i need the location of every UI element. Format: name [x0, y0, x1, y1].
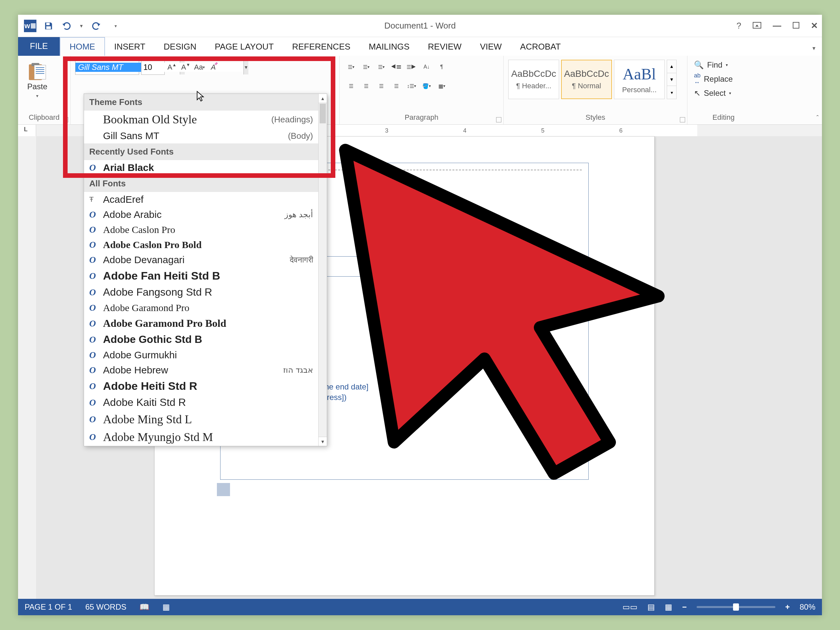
scroll-thumb[interactable] — [320, 104, 326, 123]
font-item[interactable]: OAdobe Caslon Pro — [84, 222, 318, 237]
grow-font-icon[interactable]: A▲ — [165, 60, 178, 74]
redo-icon[interactable] — [90, 20, 102, 32]
maximize-icon[interactable] — [793, 21, 799, 31]
paste-button[interactable]: Paste ▾ — [23, 58, 52, 101]
paste-label: Paste — [27, 82, 47, 91]
font-item-arial-black[interactable]: O Arial Black — [84, 160, 318, 175]
svg-rect-0 — [46, 23, 50, 25]
page-indicator[interactable]: PAGE 1 OF 1 — [25, 602, 72, 612]
zoom-level[interactable]: 80% — [800, 602, 815, 612]
borders-icon[interactable]: ▦▾ — [435, 79, 448, 93]
styles-dialog-launcher[interactable] — [680, 117, 685, 122]
quick-access-toolbar: w≣ ▼ ▾ — [18, 20, 117, 32]
font-item[interactable]: OAdobe Garamond Pro Bold — [84, 315, 318, 332]
align-center-icon[interactable]: ☰ — [359, 79, 373, 93]
justify-icon[interactable]: ☰ — [390, 79, 403, 93]
scroll-down-icon[interactable]: ▼ — [319, 437, 327, 446]
collapse-ribbon-icon[interactable]: ˆ — [816, 114, 819, 122]
tab-page-layout[interactable]: PAGE LAYOUT — [205, 38, 283, 56]
tab-overflow-icon[interactable]: ▾ — [806, 41, 822, 56]
font-item[interactable]: OAdobe Myungjo Std M — [84, 428, 318, 446]
font-item-body[interactable]: O Gill Sans MT (Body) — [84, 128, 318, 144]
font-item[interactable]: OAdobe Heiti Std R — [84, 378, 318, 395]
zoom-in-icon[interactable]: + — [785, 602, 790, 612]
increase-indent-icon[interactable]: ☰⯈ — [404, 60, 418, 74]
tab-home[interactable]: HOME — [60, 37, 105, 56]
group-clipboard: Paste ▾ Clipboard — [18, 56, 71, 124]
style-personal[interactable]: AaBl Personal... — [614, 60, 665, 99]
dropdown-scrollbar[interactable]: ▲ ▼ — [318, 94, 327, 446]
font-item[interactable]: OAdobe Ming Std L — [84, 411, 318, 428]
align-right-icon[interactable]: ☰ — [374, 79, 388, 93]
tab-mailings[interactable]: MAILINGS — [360, 38, 419, 56]
macro-icon[interactable]: ▦ — [163, 602, 170, 612]
font-item[interactable]: ŦAcadEref — [84, 192, 318, 207]
clipboard-dialog-launcher[interactable] — [63, 117, 68, 122]
tab-view[interactable]: VIEW — [471, 38, 511, 56]
ribbon-options-icon[interactable] — [753, 21, 761, 31]
font-item[interactable]: OAdobe Devanagariदेवनागरी — [84, 252, 318, 267]
font-item[interactable]: OAdobe Fangsong Std R — [84, 284, 318, 300]
font-name-combo[interactable]: ▼ — [75, 60, 139, 75]
select-button[interactable]: ↖Select▾ — [694, 88, 733, 98]
show-marks-icon[interactable]: ¶ — [435, 60, 448, 74]
change-case-icon[interactable]: Aa ▾ — [193, 60, 206, 74]
tab-insert[interactable]: INSERT — [105, 38, 155, 56]
tab-review[interactable]: REVIEW — [419, 38, 471, 56]
select-icon: ↖ — [694, 88, 701, 98]
print-layout-icon[interactable]: ▤ — [647, 602, 655, 612]
font-item[interactable]: OAdobe Gurmukhi — [84, 347, 318, 363]
find-button[interactable]: 🔍Find▾ — [694, 60, 733, 69]
proofing-icon[interactable]: 📖 — [139, 602, 149, 612]
font-item[interactable]: OAdobe Fan Heiti Std B — [84, 267, 318, 284]
bullets-icon[interactable]: ☰▾ — [344, 60, 358, 74]
styles-down-icon[interactable]: ▼ — [667, 73, 676, 86]
group-paragraph: ☰▾ ☰▾ ☰▾ ⯇☰ ☰⯈ A↓ ¶ ☰ ☰ ☰ ☰ ↕☰▾ 🪣▾ ▦▾ — [339, 56, 504, 124]
word-count[interactable]: 65 WORDS — [85, 602, 126, 612]
zoom-slider[interactable] — [696, 606, 775, 608]
font-item[interactable]: OAdobe Arabicأبجد هوز — [84, 207, 318, 222]
font-item-heading[interactable]: O Bookman Old Style (Headings) — [84, 111, 318, 128]
vertical-ruler[interactable] — [18, 136, 36, 599]
close-icon[interactable]: ✕ — [811, 21, 818, 31]
style-header[interactable]: AaBbCcDc ¶ Header... — [508, 60, 559, 99]
tab-acrobat[interactable]: ACROBAT — [511, 38, 570, 56]
font-size-input[interactable] — [141, 63, 243, 72]
scroll-up-icon[interactable]: ▲ — [319, 94, 327, 103]
clear-formatting-icon[interactable]: A — [207, 60, 220, 74]
all-fonts-header: All Fonts — [84, 175, 318, 192]
sort-icon[interactable]: A↓ — [420, 60, 433, 74]
shading-icon[interactable]: 🪣▾ — [420, 79, 433, 93]
align-left-icon[interactable]: ☰ — [344, 79, 358, 93]
font-size-combo[interactable]: ▼ — [141, 60, 165, 75]
line-spacing-icon[interactable]: ↕☰▾ — [404, 79, 418, 93]
minimize-icon[interactable]: — — [773, 21, 781, 31]
style-normal[interactable]: AaBbCcDc ¶ Normal — [561, 60, 612, 99]
replace-button[interactable]: ab↔Replace — [694, 72, 733, 86]
font-item[interactable]: OAdobe Kaiti Std R — [84, 395, 318, 411]
font-item[interactable]: OAdobe Garamond Pro — [84, 300, 318, 315]
paragraph-dialog-launcher[interactable] — [496, 117, 501, 122]
tab-references[interactable]: REFERENCES — [283, 38, 360, 56]
window-controls: ? — ✕ — [737, 21, 818, 31]
tab-design[interactable]: DESIGN — [155, 38, 206, 56]
font-item[interactable]: OAdobe Caslon Pro Bold — [84, 237, 318, 252]
shrink-font-icon[interactable]: A▼ — [179, 60, 192, 74]
undo-icon[interactable] — [61, 20, 73, 32]
paragraph-label: Paragraph — [344, 112, 499, 123]
read-mode-icon[interactable]: ▭▭ — [622, 602, 638, 612]
help-icon[interactable]: ? — [737, 21, 741, 31]
tab-file[interactable]: FILE — [18, 36, 60, 56]
styles-up-icon[interactable]: ▲ — [667, 60, 676, 73]
web-layout-icon[interactable]: ▦ — [665, 602, 672, 612]
multilevel-icon[interactable]: ☰▾ — [374, 60, 388, 74]
font-size-arrow-icon[interactable]: ▼ — [243, 60, 248, 74]
font-item[interactable]: OAdobe Hebrewאבגד הוז — [84, 363, 318, 378]
styles-more-icon[interactable]: ▾ — [667, 86, 676, 99]
save-icon[interactable] — [42, 20, 55, 32]
font-item[interactable]: OAdobe Gothic Std B — [84, 332, 318, 347]
decrease-indent-icon[interactable]: ⯇☰ — [390, 60, 403, 74]
zoom-out-icon[interactable]: − — [682, 602, 687, 612]
svg-rect-3 — [793, 22, 799, 28]
numbering-icon[interactable]: ☰▾ — [359, 60, 373, 74]
